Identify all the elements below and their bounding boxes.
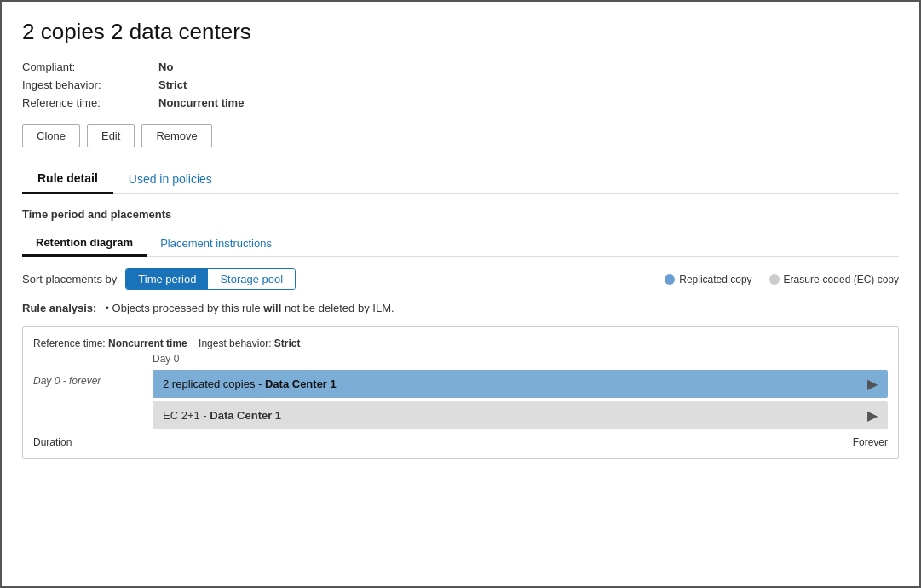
ingest-value: Strict: [158, 78, 187, 91]
ec-dot: [769, 274, 780, 285]
rule-analysis-text: • Objects processed by this rule will no…: [105, 302, 394, 314]
sort-buttons: Time period Storage pool: [125, 268, 296, 290]
diagram-ingest-label: Ingest behavior:: [199, 337, 271, 349]
diagram-box: Reference time: Noncurrent time Ingest b…: [22, 326, 899, 459]
tab-placement-instructions[interactable]: Placement instructions: [147, 231, 285, 256]
legend-replicated: Replicated copy: [665, 274, 751, 285]
diagram-row: Day 0 - forever 2 replicated copies - Da…: [33, 370, 888, 429]
diagram-row-label: Day 0 - forever: [33, 370, 153, 429]
replicated-dot: [665, 274, 675, 285]
diagram-footer: Duration Forever: [33, 436, 888, 448]
compliant-label: Compliant:: [22, 61, 158, 73]
legend: Replicated copy Erasure-coded (EC) copy: [665, 274, 899, 285]
reference-label: Reference time:: [22, 96, 158, 109]
legend-ec: Erasure-coded (EC) copy: [769, 274, 899, 285]
bar-replicated-arrow: ▶: [867, 376, 878, 392]
bar-replicated-text: 2 replicated copies - Data Center 1: [163, 378, 337, 390]
diagram-ref-label: Reference time:: [33, 337, 106, 349]
sort-row: Sort placements by Time period Storage p…: [22, 268, 899, 290]
remove-button[interactable]: Remove: [141, 124, 211, 147]
sort-storage-pool[interactable]: Storage pool: [208, 269, 295, 289]
ingest-row: Ingest behavior: Strict: [22, 78, 899, 91]
main-tabs: Rule detail Used in policies: [22, 164, 899, 194]
reference-row: Reference time: Noncurrent time: [22, 96, 899, 109]
diagram-ingest-value: Strict: [274, 337, 301, 349]
diagram-day0: Day 0: [153, 353, 888, 365]
legend-ec-label: Erasure-coded (EC) copy: [784, 274, 899, 285]
bar-ec[interactable]: EC 2+1 - Data Center 1 ▶: [153, 401, 888, 429]
diagram-header: Reference time: Noncurrent time Ingest b…: [33, 337, 888, 349]
bar-ec-arrow: ▶: [867, 407, 878, 424]
legend-replicated-label: Replicated copy: [679, 274, 751, 285]
action-buttons: Clone Edit Remove: [22, 124, 899, 147]
page-title: 2 copies 2 data centers: [22, 19, 899, 45]
ingest-label: Ingest behavior:: [22, 78, 158, 91]
diagram-bars: 2 replicated copies - Data Center 1 ▶ EC…: [153, 370, 888, 429]
tab-rule-detail[interactable]: Rule detail: [22, 164, 113, 194]
clone-button[interactable]: Clone: [22, 124, 80, 147]
bar-ec-text: EC 2+1 - Data Center 1: [163, 409, 281, 422]
bar-replicated[interactable]: 2 replicated copies - Data Center 1 ▶: [153, 370, 888, 398]
meta-section: Compliant: No Ingest behavior: Strict Re…: [22, 61, 899, 109]
section-title: Time period and placements: [22, 208, 899, 221]
tab-retention-diagram[interactable]: Retention diagram: [22, 231, 147, 257]
reference-value: Noncurrent time: [158, 96, 244, 109]
rule-analysis: Rule analysis: • Objects processed by th…: [22, 302, 899, 314]
diagram-footer-label: Duration: [33, 436, 72, 448]
diagram-footer-value: Forever: [853, 436, 888, 448]
sort-time-period[interactable]: Time period: [126, 269, 208, 289]
edit-button[interactable]: Edit: [87, 124, 135, 147]
tab-used-in-policies[interactable]: Used in policies: [113, 164, 227, 193]
compliant-row: Compliant: No: [22, 61, 899, 73]
diagram-ref-value: Noncurrent time: [108, 337, 187, 349]
sub-tabs: Retention diagram Placement instructions: [22, 231, 899, 257]
compliant-value: No: [158, 61, 173, 73]
rule-analysis-label: Rule analysis:: [22, 302, 96, 314]
sort-label: Sort placements by: [22, 273, 117, 285]
